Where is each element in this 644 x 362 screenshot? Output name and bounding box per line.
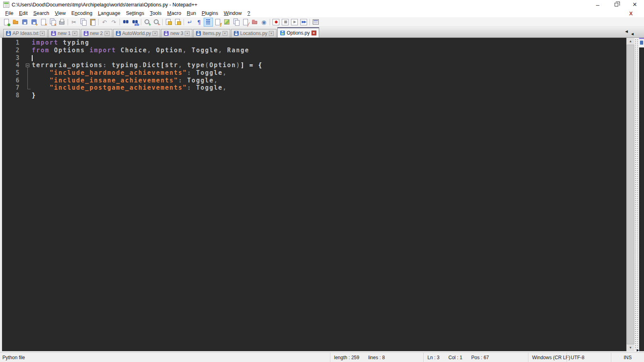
sync-scroll-vertical-icon[interactable] xyxy=(164,18,173,27)
macro-play-icon[interactable]: ▶ xyxy=(290,18,299,27)
document-list-icon[interactable] xyxy=(231,18,241,27)
menu-language[interactable]: Language xyxy=(95,10,123,17)
tab-close-icon[interactable]: × xyxy=(72,31,77,36)
code-editor[interactable]: 1import typing2from Options import Choic… xyxy=(2,38,626,351)
tab-new-2[interactable]: new 2× xyxy=(81,29,112,37)
toolbar-separator xyxy=(68,19,68,25)
restore-button[interactable] xyxy=(607,0,625,9)
status-eol-format[interactable]: Windows (CR LF) xyxy=(528,353,567,362)
menu-help[interactable]: ? xyxy=(245,10,253,17)
secondary-view-tab[interactable] xyxy=(639,38,644,47)
status-encoding[interactable]: UTF-8 xyxy=(567,353,611,362)
show-indent-guide-icon[interactable] xyxy=(204,18,213,27)
close-icon[interactable]: × xyxy=(39,18,48,27)
document-map-icon[interactable] xyxy=(222,18,231,27)
tab-close-icon[interactable]: × xyxy=(185,31,190,36)
tab-new-3[interactable]: new 3× xyxy=(161,29,192,37)
sync-scroll-horizontal-icon[interactable] xyxy=(173,18,182,27)
line-number: 8 xyxy=(2,92,25,99)
menu-view[interactable]: View xyxy=(52,10,68,17)
copy-icon[interactable] xyxy=(78,18,88,27)
tab-close-icon[interactable]: × xyxy=(223,31,227,36)
zoom-out-icon[interactable]: − xyxy=(152,18,161,27)
redo-icon[interactable]: ↷ xyxy=(109,18,118,27)
splitter-collapse-left-icon[interactable]: ◀ xyxy=(631,32,634,36)
paste-icon[interactable] xyxy=(88,18,97,27)
menu-plugins[interactable]: Plugins xyxy=(199,10,221,17)
menu-run[interactable]: Run xyxy=(184,10,199,17)
macro-stop-icon[interactable]: ■ xyxy=(281,18,290,27)
scroll-down-icon[interactable]: ▼ xyxy=(627,344,634,351)
tab-new-1[interactable]: new 1× xyxy=(48,29,80,37)
status-bar: Python file length : 259 lines : 8 Ln : … xyxy=(0,352,644,362)
menu-settings[interactable]: Settings xyxy=(123,10,147,17)
tab-close-icon[interactable]: × xyxy=(105,31,109,36)
code-line-4[interactable]: 4terraria_options: typing.Dict[str, type… xyxy=(2,62,626,69)
menu-search[interactable]: Search xyxy=(31,10,52,17)
code-line-7[interactable]: 7 "include_postgame_achievements": Toggl… xyxy=(2,84,626,92)
tab-items-py[interactable]: Items.py× xyxy=(193,29,230,37)
monitoring-icon[interactable]: ◉ xyxy=(259,18,268,27)
code-line-1[interactable]: 1import typing xyxy=(2,39,626,47)
tab-options-py[interactable]: Options.py× xyxy=(277,27,319,37)
undo-icon[interactable]: ↶ xyxy=(100,18,109,27)
tab-ap-ideas-txt[interactable]: AP Ideas.txt× xyxy=(3,29,47,37)
secondary-view-editor[interactable] xyxy=(639,47,644,351)
tab-scroll-left-icon[interactable]: ◀ xyxy=(625,29,628,33)
menu-macro[interactable]: Macro xyxy=(164,10,184,17)
folder-as-workspace-icon[interactable]: ╱ xyxy=(241,18,250,27)
print-icon[interactable] xyxy=(57,18,66,27)
tab-close-icon[interactable]: × xyxy=(40,31,45,36)
status-insert-mode[interactable]: INS xyxy=(611,353,644,362)
zoom-in-icon[interactable]: + xyxy=(142,18,152,27)
save-all-icon[interactable]: + xyxy=(29,18,39,27)
project-panel-icon[interactable] xyxy=(250,18,259,27)
tab-close-icon[interactable]: × xyxy=(312,31,316,35)
new-file-icon[interactable]: ● xyxy=(2,18,11,27)
splitter-expand-right-icon[interactable]: ▶ xyxy=(637,348,639,352)
code-line-2[interactable]: 2from Options import Choice, Option, Tog… xyxy=(2,47,626,54)
close-button[interactable]: × xyxy=(625,0,644,9)
find-icon[interactable] xyxy=(121,18,130,27)
menu-window[interactable]: Window xyxy=(221,10,244,17)
cut-icon[interactable]: ✂ xyxy=(69,18,78,27)
open-file-icon[interactable] xyxy=(11,18,20,27)
vertical-scrollbar[interactable]: ▲ ▼ xyxy=(626,38,634,351)
tab-label: Items.py xyxy=(202,31,221,36)
scrollbar-thumb[interactable] xyxy=(627,45,634,344)
save-icon[interactable] xyxy=(20,18,29,27)
secondary-view xyxy=(639,38,644,351)
menu-file[interactable]: File xyxy=(2,10,16,17)
code-line-3[interactable]: 3 xyxy=(2,54,626,62)
scroll-up-icon[interactable]: ▲ xyxy=(627,38,634,45)
menu-encoding[interactable]: Encoding xyxy=(68,10,95,17)
menu-edit[interactable]: Edit xyxy=(16,10,31,17)
status-length-lines: length : 259 lines : 8 xyxy=(330,353,423,362)
code-line-5[interactable]: 5 "include_hardmode_achievements": Toggl… xyxy=(2,69,626,77)
save-recorded-macro-icon[interactable] xyxy=(311,18,320,27)
fold-guide xyxy=(25,69,32,77)
window-title: C:\Users\Dood\Documents\tmp\Archipelago\… xyxy=(12,2,197,8)
word-wrap-icon[interactable]: ↵ xyxy=(185,18,194,27)
close-all-icon[interactable]: × xyxy=(48,18,57,27)
fold-guide xyxy=(25,39,32,47)
floppy-icon xyxy=(84,31,89,36)
view-splitter[interactable]: ◀ ▶ xyxy=(634,38,639,351)
document-close-icon[interactable]: X xyxy=(629,10,633,16)
toolbar-separator xyxy=(141,19,141,25)
macro-run-multiple-icon[interactable]: ▶▶ xyxy=(299,18,308,27)
line-number: 5 xyxy=(2,69,25,76)
show-all-characters-icon[interactable]: ¶ xyxy=(194,18,204,27)
code-line-6[interactable]: 6 "include_insane_achievements": Toggle, xyxy=(2,76,626,84)
code-line-8[interactable]: 8} xyxy=(2,92,626,99)
fold-collapse-icon[interactable] xyxy=(25,62,32,69)
minimize-button[interactable]: – xyxy=(588,0,607,9)
tab-close-icon[interactable]: × xyxy=(153,31,157,36)
menu-tools[interactable]: Tools xyxy=(147,10,164,17)
macro-record-icon[interactable]: ● xyxy=(271,18,281,27)
tab-close-icon[interactable]: × xyxy=(269,31,274,36)
function-list-icon[interactable]: ƒ xyxy=(213,18,222,27)
tab-locations-py[interactable]: Locations.py× xyxy=(231,29,277,37)
replace-icon[interactable]: ab xyxy=(130,18,140,27)
tab-autoworld-py[interactable]: AutoWorld.py× xyxy=(113,29,161,37)
